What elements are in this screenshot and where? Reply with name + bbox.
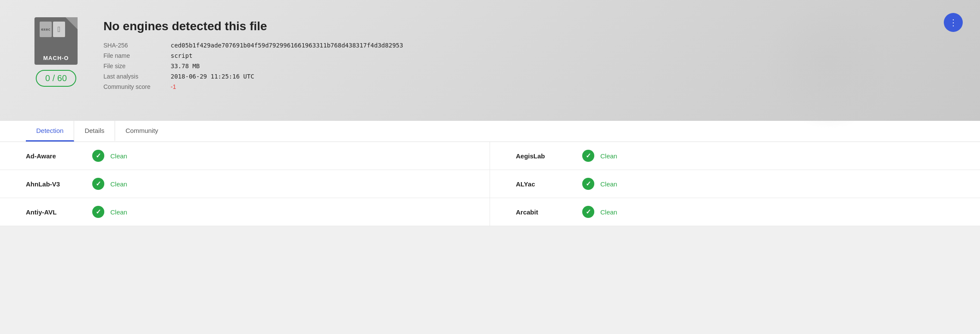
filename-label: File name: [103, 52, 164, 59]
communityscore-label: Community score: [103, 83, 164, 90]
sha256-label: SHA-256: [103, 42, 164, 49]
file-meta: No engines detected this file SHA-256 ce…: [103, 17, 954, 90]
lastanalysis-label: Last analysis: [103, 73, 164, 80]
detection-cell-left: AhnLab-V3 Clean: [0, 170, 490, 198]
check-icon: [92, 150, 104, 162]
file-type-label: MACH-O: [43, 55, 69, 61]
detection-cell-left: Antiy-AVL Clean: [0, 198, 490, 226]
check-icon: [582, 178, 594, 190]
file-icon: exec  MACH-O: [34, 17, 78, 65]
clean-label: Clean: [110, 180, 127, 188]
engine-name-aegislab: AegisLab: [516, 152, 576, 160]
detection-cell-left: Ad-Aware Clean: [0, 142, 490, 170]
filename-value: script: [171, 52, 954, 59]
clean-label: Clean: [600, 152, 617, 160]
file-title: No engines detected this file: [103, 19, 954, 33]
check-icon: [92, 206, 104, 218]
check-icon: [92, 178, 104, 190]
file-page-back: exec: [40, 22, 52, 37]
file-icon-area: exec  MACH-O 0 / 60: [26, 17, 86, 87]
exec-label: exec: [41, 27, 50, 32]
engine-name-arcabit: Arcabit: [516, 208, 576, 216]
filesize-value: 33.78 MB: [171, 63, 954, 69]
apple-icon: : [58, 25, 61, 34]
engine-name-alyac: ALYac: [516, 180, 576, 188]
clean-label: Clean: [600, 180, 617, 188]
clean-label: Clean: [600, 208, 617, 216]
table-row: AhnLab-V3 Clean ALYac Clean: [0, 170, 980, 198]
table-row: Ad-Aware Clean AegisLab Clean: [0, 142, 980, 170]
communityscore-value: -1: [171, 83, 954, 90]
file-icon-pages: exec : [40, 22, 65, 37]
detection-table: Ad-Aware Clean AegisLab Clean AhnLab-V3 …: [0, 142, 980, 226]
check-icon: [582, 206, 594, 218]
detection-cell-right: Arcabit Clean: [490, 198, 980, 226]
engine-name-antiy: Antiy-AVL: [26, 208, 86, 216]
top-section: exec  MACH-O 0 / 60 No engines detected…: [0, 0, 980, 121]
meta-table: SHA-256 ced05b1f429ade707691b04f59d79299…: [103, 42, 954, 90]
lastanalysis-value: 2018-06-29 11:25:16 UTC: [171, 73, 954, 80]
tab-details[interactable]: Details: [74, 121, 115, 142]
filesize-label: File size: [103, 63, 164, 69]
file-page-front: : [53, 22, 65, 37]
clean-label: Clean: [110, 152, 127, 160]
tab-community[interactable]: Community: [115, 121, 169, 142]
check-icon: [582, 150, 594, 162]
detection-cell-right: AegisLab Clean: [490, 142, 980, 170]
tab-detection[interactable]: Detection: [26, 121, 74, 142]
table-row: Antiy-AVL Clean Arcabit Clean: [0, 198, 980, 226]
engine-name-ad-aware: Ad-Aware: [26, 152, 86, 160]
score-badge: 0 / 60: [36, 70, 76, 87]
sha256-value: ced05b1f429ade707691b04f59d7929961661963…: [171, 42, 954, 49]
engine-name-ahnlab: AhnLab-V3: [26, 180, 86, 188]
detection-cell-right: ALYac Clean: [490, 170, 980, 198]
clean-label: Clean: [110, 208, 127, 216]
more-button[interactable]: ⋮: [944, 13, 963, 32]
